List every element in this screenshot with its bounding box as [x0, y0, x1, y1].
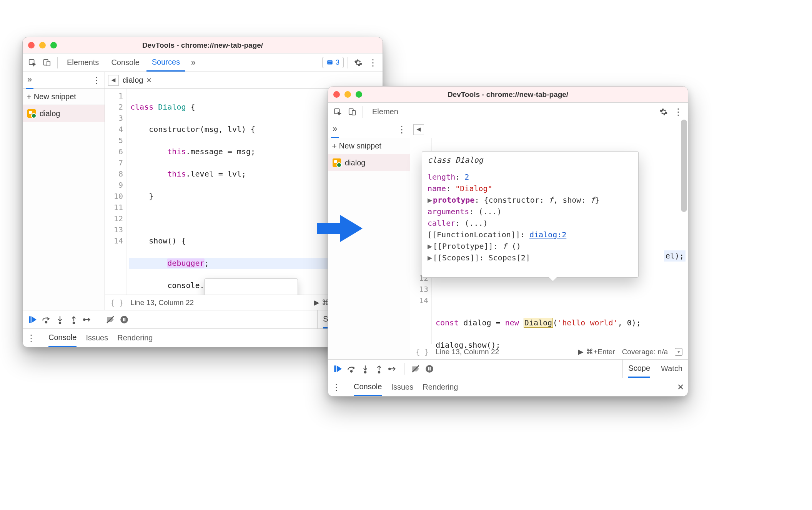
expand-icon[interactable]: ▶: [428, 194, 433, 206]
snippet-name: dialog: [345, 158, 365, 167]
svg-point-10: [83, 318, 85, 320]
svg-rect-13: [123, 318, 124, 321]
file-tab-dialog[interactable]: dialog ✕: [123, 76, 152, 85]
navigator-sidebar: + New snippet dialog: [328, 138, 410, 359]
sources-subbar: » ⋮ ◄ dialog ✕: [23, 72, 383, 89]
drawer: ⋮ Console Issues Rendering ✕: [328, 378, 688, 396]
step-icon[interactable]: [83, 315, 93, 325]
svg-point-12: [120, 316, 128, 323]
step-out-icon[interactable]: [69, 315, 79, 325]
svg-rect-17: [352, 110, 355, 115]
tab-console[interactable]: Console: [106, 53, 145, 72]
close-dot[interactable]: [28, 42, 35, 48]
drawer-more-icon[interactable]: ⋮: [27, 333, 36, 343]
titlebar: DevTools - chrome://new-tab-page/: [23, 37, 383, 53]
svg-rect-3: [327, 60, 333, 65]
new-snippet-label: New snippet: [339, 142, 381, 150]
hover-tooltip: Dialog dialog:2 class Dialog: [204, 278, 298, 295]
main-tabbar: Elemen ⋮: [328, 103, 688, 121]
new-snippet-button[interactable]: + New snippet: [328, 138, 410, 154]
close-file-icon[interactable]: ✕: [146, 76, 152, 85]
zoom-dot[interactable]: [356, 91, 362, 98]
window-title: DevTools - chrome://new-tab-page/: [23, 41, 383, 50]
window-title: DevTools - chrome://new-tab-page/: [328, 90, 688, 99]
drawer-tab-issues[interactable]: Issues: [391, 378, 413, 396]
new-snippet-button[interactable]: + New snippet: [23, 89, 105, 105]
navigator-more-icon[interactable]: ⋮: [92, 75, 102, 86]
snippet-file-icon: [333, 158, 341, 167]
snippet-item-dialog[interactable]: dialog: [328, 154, 410, 171]
drawer-tab-console[interactable]: Console: [48, 329, 77, 347]
settings-icon[interactable]: [657, 105, 670, 118]
tab-elements[interactable]: Elements: [62, 53, 104, 72]
snippet-item-dialog[interactable]: dialog: [23, 105, 105, 122]
transition-arrow-icon: [317, 213, 363, 244]
snippet-file-icon: [27, 109, 36, 118]
nav-back-icon[interactable]: ◄: [413, 124, 424, 135]
resume-icon[interactable]: [333, 364, 343, 374]
step-over-icon[interactable]: [41, 315, 51, 325]
svg-rect-14: [125, 318, 126, 321]
svg-point-7: [45, 321, 47, 323]
new-snippet-label: New snippet: [34, 92, 76, 101]
snippet-name: dialog: [40, 109, 60, 118]
tab-sources[interactable]: Sources: [146, 53, 185, 72]
function-location-link[interactable]: dialog:2: [529, 230, 566, 239]
svg-point-9: [73, 322, 75, 323]
svg-point-8: [59, 322, 61, 323]
issues-counter[interactable]: 3: [322, 57, 344, 68]
drawer-tab-rendering[interactable]: Rendering: [423, 378, 458, 396]
drawer-tab-rendering[interactable]: Rendering: [117, 329, 153, 347]
kebab-menu-icon[interactable]: ⋮: [366, 56, 379, 69]
nav-back-icon[interactable]: ◄: [108, 75, 119, 86]
pause-on-exceptions-icon[interactable]: [119, 315, 129, 325]
issues-count: 3: [336, 58, 339, 67]
step-over-icon[interactable]: [346, 364, 356, 374]
pause-on-exceptions-icon[interactable]: [424, 364, 434, 374]
expand-icon[interactable]: ▶: [428, 240, 433, 252]
prettyprint-icon[interactable]: { }: [416, 348, 429, 356]
hover-token[interactable]: Dialog: [524, 318, 553, 328]
step-icon[interactable]: [388, 364, 398, 374]
device-toggle-icon[interactable]: [346, 105, 359, 118]
prettyprint-icon[interactable]: { }: [110, 298, 123, 307]
svg-point-20: [364, 371, 366, 373]
navigator-overflow-icon[interactable]: »: [331, 121, 339, 138]
more-tabs-icon[interactable]: »: [187, 56, 200, 69]
step-into-icon[interactable]: [360, 364, 370, 374]
navigator-overflow-icon[interactable]: »: [26, 72, 33, 89]
settings-icon[interactable]: [352, 56, 365, 69]
resume-icon[interactable]: [27, 315, 37, 325]
minimize-dot[interactable]: [344, 91, 351, 98]
svg-rect-25: [428, 367, 429, 370]
step-into-icon[interactable]: [55, 315, 65, 325]
svg-rect-2: [47, 61, 50, 66]
drawer-more-icon[interactable]: ⋮: [332, 382, 341, 393]
zoom-dot[interactable]: [50, 42, 57, 48]
file-tab-label: dialog: [123, 76, 143, 85]
inspect-icon[interactable]: [331, 105, 344, 118]
device-toggle-icon[interactable]: [40, 56, 53, 69]
deactivate-breakpoints-icon[interactable]: [105, 315, 115, 325]
kebab-menu-icon[interactable]: ⋮: [672, 105, 685, 118]
close-dot[interactable]: [333, 91, 340, 98]
sources-subbar: » ⋮ ◄: [328, 121, 688, 138]
drawer-tab-console[interactable]: Console: [354, 378, 382, 396]
traffic-lights: [28, 42, 57, 48]
navigator-sidebar: + New snippet dialog: [23, 89, 105, 310]
expand-icon[interactable]: ▶: [428, 252, 433, 263]
drawer-close-icon[interactable]: ✕: [677, 382, 684, 392]
svg-rect-5: [328, 63, 330, 63]
svg-point-21: [378, 371, 380, 373]
inspect-icon[interactable]: [26, 56, 39, 69]
deactivate-breakpoints-icon[interactable]: [411, 364, 421, 374]
main-tabbar: Elements Console Sources » 3 ⋮: [23, 53, 383, 72]
svg-point-19: [351, 370, 352, 372]
traffic-lights: [333, 91, 362, 98]
navigator-more-icon[interactable]: ⋮: [397, 124, 407, 135]
drawer-tab-issues[interactable]: Issues: [86, 329, 108, 347]
tab-elements[interactable]: Elemen: [367, 103, 404, 121]
step-out-icon[interactable]: [374, 364, 384, 374]
minimize-dot[interactable]: [39, 42, 46, 48]
svg-point-22: [389, 368, 390, 369]
